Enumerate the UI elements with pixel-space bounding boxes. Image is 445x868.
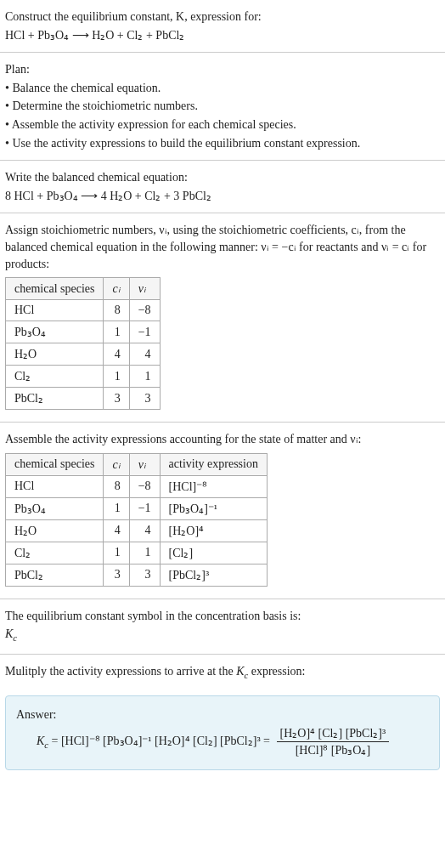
cell-species: HCl <box>6 300 104 321</box>
assemble-text: Assemble the activity expressions accoun… <box>5 431 440 448</box>
cell-species: H₂O <box>6 519 104 542</box>
assemble-section: Assemble the activity expressions accoun… <box>0 423 445 599</box>
cell-activity: [Cl₂] <box>160 542 267 564</box>
multiply-section: Mulitply the activity expressions to arr… <box>0 655 445 690</box>
table-header-row: chemical species cᵢ νᵢ <box>6 278 161 300</box>
cell-nui: 3 <box>129 388 160 410</box>
cell-species: H₂O <box>6 343 104 366</box>
cell-nui: −8 <box>129 475 160 497</box>
table-row: HCl 8 −8 <box>6 300 161 321</box>
cell-ci: 4 <box>104 343 129 366</box>
table-row: Cl₂ 1 1 [Cl₂] <box>6 542 268 564</box>
col-species: chemical species <box>6 278 104 300</box>
fraction-denominator: [HCl]⁸ [Pb₃O₄] <box>277 742 390 759</box>
plan-section: Plan: • Balance the chemical equation. •… <box>0 53 445 161</box>
cell-nui: 4 <box>129 519 160 542</box>
table-header-row: chemical species cᵢ νᵢ activity expressi… <box>6 453 268 475</box>
cell-species: Cl₂ <box>6 542 104 564</box>
cell-species: HCl <box>6 475 104 497</box>
cell-species: PbCl₂ <box>6 564 104 586</box>
col-nui: νᵢ <box>129 278 160 300</box>
answer-fraction: [H₂O]⁴ [Cl₂] [PbCl₂]³ [HCl]⁸ [Pb₃O₄] <box>277 725 390 759</box>
cell-nui: −8 <box>129 300 160 321</box>
cell-ci: 1 <box>104 497 129 519</box>
plan-item-2: • Determine the stoichiometric numbers. <box>5 98 440 115</box>
intro-text: Construct the equilibrium constant, K, e… <box>5 10 262 23</box>
cell-ci: 8 <box>104 475 129 497</box>
intro-line: Construct the equilibrium constant, K, e… <box>5 9 440 26</box>
cell-ci: 1 <box>104 321 129 343</box>
intro-section: Construct the equilibrium constant, K, e… <box>0 0 445 53</box>
cell-ci: 1 <box>104 366 129 388</box>
symbol-section: The equilibrium constant symbol in the c… <box>0 599 445 655</box>
balanced-heading: Write the balanced chemical equation: <box>5 169 440 186</box>
col-ci: cᵢ <box>104 278 129 300</box>
cell-activity: [Pb₃O₄]⁻¹ <box>160 497 267 519</box>
col-activity: activity expression <box>160 453 267 475</box>
balanced-equation: 8 HCl + Pb₃O₄ ⟶ 4 H₂O + Cl₂ + 3 PbCl₂ <box>5 188 440 205</box>
table-row: PbCl₂ 3 3 [PbCl₂]³ <box>6 564 268 586</box>
cell-nui: −1 <box>129 497 160 519</box>
symbol-kc: Kc <box>5 626 440 644</box>
multiply-text: Mulitply the activity expressions to arr… <box>5 663 440 682</box>
cell-nui: 1 <box>129 366 160 388</box>
table-row: Pb₃O₄ 1 −1 [Pb₃O₄]⁻¹ <box>6 497 268 519</box>
cell-ci: 3 <box>104 388 129 410</box>
cell-species: PbCl₂ <box>6 388 104 410</box>
symbol-line1: The equilibrium constant symbol in the c… <box>5 608 440 625</box>
cell-nui: −1 <box>129 321 160 343</box>
cell-activity: [PbCl₂]³ <box>160 564 267 586</box>
answer-expression: Kc = [HCl]⁻⁸ [Pb₃O₄]⁻¹ [H₂O]⁴ [Cl₂] [PbC… <box>16 725 429 759</box>
plan-heading: Plan: <box>5 61 440 78</box>
balanced-section: Write the balanced chemical equation: 8 … <box>0 161 445 213</box>
intro-equation: HCl + Pb₃O₄ ⟶ H₂O + Cl₂ + PbCl₂ <box>5 27 440 44</box>
table-row: Cl₂ 1 1 <box>6 366 161 388</box>
fraction-numerator: [H₂O]⁴ [Cl₂] [PbCl₂]³ <box>277 725 390 743</box>
answer-label: Answer: <box>16 706 429 723</box>
cell-ci: 3 <box>104 564 129 586</box>
table-row: Pb₃O₄ 1 −1 <box>6 321 161 343</box>
activity-table: chemical species cᵢ νᵢ activity expressi… <box>5 453 268 587</box>
cell-species: Cl₂ <box>6 366 104 388</box>
col-species: chemical species <box>6 453 104 475</box>
table-row: PbCl₂ 3 3 <box>6 388 161 410</box>
plan-item-1: • Balance the chemical equation. <box>5 80 440 97</box>
plan-item-3: • Assemble the activity expression for e… <box>5 116 440 133</box>
cell-species: Pb₃O₄ <box>6 497 104 519</box>
assign-section: Assign stoichiometric numbers, νᵢ, using… <box>0 213 445 423</box>
answer-box: Answer: Kc = [HCl]⁻⁸ [Pb₃O₄]⁻¹ [H₂O]⁴ [C… <box>5 695 440 770</box>
cell-activity: [HCl]⁻⁸ <box>160 475 267 497</box>
assign-text: Assign stoichiometric numbers, νᵢ, using… <box>5 222 440 272</box>
stoich-table: chemical species cᵢ νᵢ HCl 8 −8 Pb₃O₄ 1 … <box>5 277 161 410</box>
plan-item-4: • Use the activity expressions to build … <box>5 135 440 152</box>
cell-ci: 8 <box>104 300 129 321</box>
cell-nui: 3 <box>129 564 160 586</box>
cell-nui: 4 <box>129 343 160 366</box>
table-row: HCl 8 −8 [HCl]⁻⁸ <box>6 475 268 497</box>
cell-species: Pb₃O₄ <box>6 321 104 343</box>
cell-nui: 1 <box>129 542 160 564</box>
col-nui: νᵢ <box>129 453 160 475</box>
table-row: H₂O 4 4 [H₂O]⁴ <box>6 519 268 542</box>
cell-ci: 1 <box>104 542 129 564</box>
cell-ci: 4 <box>104 519 129 542</box>
table-row: H₂O 4 4 <box>6 343 161 366</box>
col-ci: cᵢ <box>104 453 129 475</box>
cell-activity: [H₂O]⁴ <box>160 519 267 542</box>
